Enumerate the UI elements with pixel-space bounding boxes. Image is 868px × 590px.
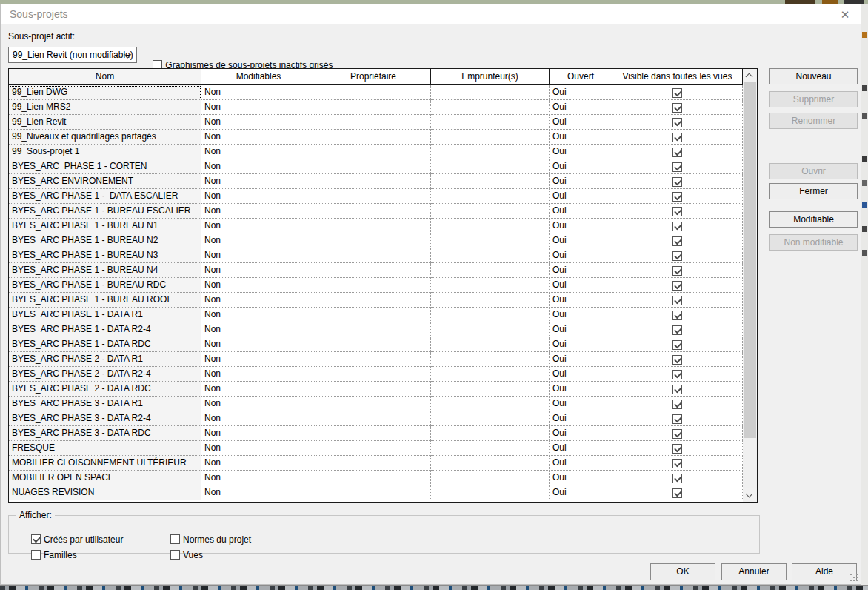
borrowers-cell[interactable] xyxy=(431,367,550,382)
modifiable-cell[interactable]: Non xyxy=(201,233,316,248)
borrowers-cell[interactable] xyxy=(431,397,550,411)
workset-name-cell[interactable]: BYES_ARC PHASE 1 - DATA R1 xyxy=(9,308,201,322)
owner-cell[interactable] xyxy=(316,159,431,174)
table-row[interactable]: NUAGES REVISIONNonOui xyxy=(9,485,743,500)
owner-cell[interactable] xyxy=(316,367,431,382)
checkbox-icon[interactable] xyxy=(31,550,41,560)
open-cell[interactable]: Oui xyxy=(550,441,612,456)
owner-cell[interactable] xyxy=(316,278,431,293)
table-row[interactable]: BYES_ARC PHASE 1 - BUREAU N3NonOui xyxy=(9,248,743,263)
workset-name-cell[interactable]: BYES_ARC PHASE 3 - DATA R2-4 xyxy=(9,411,201,426)
open-cell[interactable]: Oui xyxy=(550,382,612,397)
visible-checkbox-icon[interactable] xyxy=(672,103,682,113)
owner-cell[interactable] xyxy=(316,248,431,263)
owner-cell[interactable] xyxy=(316,174,431,189)
normes-du-projet-checkbox[interactable]: Normes du projet xyxy=(156,523,251,534)
borrowers-cell[interactable] xyxy=(431,352,550,367)
table-row[interactable]: 99_Niveaux et quadrillages partagésNonOu… xyxy=(9,130,743,145)
visible-cell[interactable] xyxy=(612,382,743,397)
familles-checkbox[interactable]: Familles xyxy=(16,539,77,550)
column-header-modifiables[interactable]: Modifiables xyxy=(201,69,316,84)
visible-cell[interactable] xyxy=(612,456,743,471)
borrowers-cell[interactable] xyxy=(431,337,550,352)
vues-checkbox[interactable]: Vues xyxy=(156,539,203,550)
borrowers-cell[interactable] xyxy=(431,233,550,248)
checkbox-icon[interactable] xyxy=(170,550,180,560)
borrowers-cell[interactable] xyxy=(431,293,550,308)
ouvrir-button[interactable]: Ouvrir xyxy=(769,163,858,179)
table-row[interactable]: BYES_ARC PHASE 1 - BUREAU N2NonOui xyxy=(9,233,743,248)
open-cell[interactable]: Oui xyxy=(550,115,612,130)
table-row[interactable]: FRESQUENonOui xyxy=(9,441,743,456)
borrowers-cell[interactable] xyxy=(431,278,550,293)
visible-cell[interactable] xyxy=(612,233,743,248)
open-cell[interactable]: Oui xyxy=(550,397,612,411)
visible-cell[interactable] xyxy=(612,308,743,322)
workset-name-cell[interactable]: BYES_ARC PHASE 2 - DATA RDC xyxy=(9,382,201,397)
owner-cell[interactable] xyxy=(316,411,431,426)
workset-name-cell[interactable]: BYES_ARC PHASE 3 - DATA R1 xyxy=(9,397,201,411)
open-cell[interactable]: Oui xyxy=(550,411,612,426)
open-cell[interactable]: Oui xyxy=(550,367,612,382)
modifiable-cell[interactable]: Non xyxy=(201,100,316,115)
table-row[interactable]: BYES_ARC PHASE 2 - DATA R2-4NonOui xyxy=(9,367,743,382)
visible-checkbox-icon[interactable] xyxy=(672,236,682,246)
table-row[interactable]: 99_Lien RevitNonOui xyxy=(9,115,743,130)
visible-cell[interactable] xyxy=(612,248,743,263)
open-cell[interactable]: Oui xyxy=(550,248,612,263)
scrollbar-up-icon[interactable] xyxy=(743,69,757,82)
borrowers-cell[interactable] xyxy=(431,456,550,471)
borrowers-cell[interactable] xyxy=(431,174,550,189)
open-cell[interactable]: Oui xyxy=(550,337,612,352)
modifiable-button[interactable]: Modifiable xyxy=(769,211,858,228)
owner-cell[interactable] xyxy=(316,219,431,233)
workset-name-cell[interactable]: 99_Sous-projet 1 xyxy=(9,145,201,159)
workset-name-cell[interactable]: BYES_ARC PHASE 1 - DATA ESCALIER xyxy=(9,189,201,204)
workset-name-cell[interactable]: BYES_ARC PHASE 3 - DATA RDC xyxy=(9,426,201,441)
visible-checkbox-icon[interactable] xyxy=(672,355,682,365)
visible-cell[interactable] xyxy=(612,397,743,411)
modifiable-cell[interactable]: Non xyxy=(201,411,316,426)
visible-cell[interactable] xyxy=(612,100,743,115)
workset-name-cell[interactable]: BYES_ARC PHASE 1 - DATA RDC xyxy=(9,337,201,352)
nouveau-button[interactable]: Nouveau xyxy=(769,68,858,84)
visible-cell[interactable] xyxy=(612,174,743,189)
modifiable-cell[interactable]: Non xyxy=(201,293,316,308)
workset-name-cell[interactable]: BYES_ARC PHASE 1 - BUREAU RDC xyxy=(9,278,201,293)
workset-name-cell[interactable]: BYES_ARC PHASE 1 - BUREAU ESCALIER xyxy=(9,204,201,219)
table-row[interactable]: BYES_ARC PHASE 3 - DATA R2-4NonOui xyxy=(9,411,743,426)
visible-cell[interactable] xyxy=(612,278,743,293)
visible-cell[interactable] xyxy=(612,189,743,204)
open-cell[interactable]: Oui xyxy=(550,322,612,337)
owner-cell[interactable] xyxy=(316,382,431,397)
visible-checkbox-icon[interactable] xyxy=(672,370,682,379)
visible-cell[interactable] xyxy=(612,130,743,145)
visible-cell[interactable] xyxy=(612,485,743,500)
column-header-nom[interactable]: Nom xyxy=(9,69,201,84)
borrowers-cell[interactable] xyxy=(431,85,550,100)
modifiable-cell[interactable]: Non xyxy=(201,85,316,100)
scrollbar-thumb[interactable] xyxy=(744,82,756,438)
open-cell[interactable]: Oui xyxy=(550,352,612,367)
visible-checkbox-icon[interactable] xyxy=(672,385,682,394)
modifiable-cell[interactable]: Non xyxy=(201,382,316,397)
visible-checkbox-icon[interactable] xyxy=(672,488,682,498)
visible-cell[interactable] xyxy=(612,441,743,456)
borrowers-cell[interactable] xyxy=(431,115,550,130)
table-row[interactable]: BYES_ARC ENVIRONEMENTNonOui xyxy=(9,174,743,189)
visible-cell[interactable] xyxy=(612,352,743,367)
modifiable-cell[interactable]: Non xyxy=(201,219,316,233)
visible-cell[interactable] xyxy=(612,263,743,278)
visible-checkbox-icon[interactable] xyxy=(672,88,682,98)
visible-cell[interactable] xyxy=(612,322,743,337)
borrowers-cell[interactable] xyxy=(431,471,550,485)
column-header-proprietaire[interactable]: Propriétaire xyxy=(316,69,431,84)
workset-name-cell[interactable]: BYES_ARC PHASE 2 - DATA R1 xyxy=(9,352,201,367)
visible-checkbox-icon[interactable] xyxy=(672,311,682,320)
table-row[interactable]: BYES_ARC PHASE 1 - DATA RDCNonOui xyxy=(9,337,743,352)
borrowers-cell[interactable] xyxy=(431,322,550,337)
modifiable-cell[interactable]: Non xyxy=(201,115,316,130)
open-cell[interactable]: Oui xyxy=(550,189,612,204)
owner-cell[interactable] xyxy=(316,485,431,500)
visible-checkbox-icon[interactable] xyxy=(672,281,682,291)
